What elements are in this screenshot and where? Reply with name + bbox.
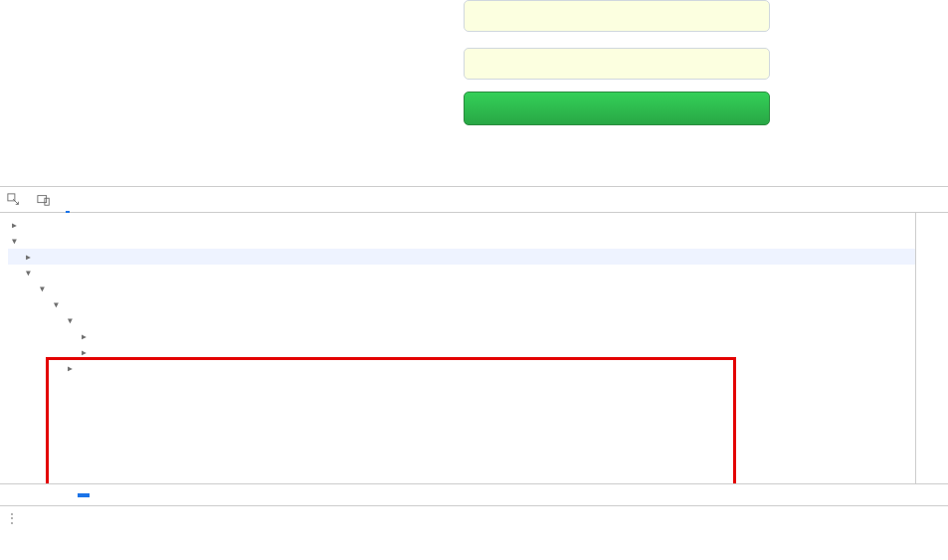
crumb-current[interactable] <box>78 493 90 497</box>
crumb[interactable] <box>18 493 30 497</box>
login-form <box>464 0 770 127</box>
drawer-menu-icon[interactable]: ⋮ <box>6 511 20 525</box>
password-field[interactable] <box>464 48 770 80</box>
crumb[interactable] <box>66 493 78 497</box>
devtools-panel: ⋮ <box>0 186 948 529</box>
tab-memory[interactable] <box>173 187 177 213</box>
tab-network[interactable] <box>119 187 123 213</box>
devtools-tabbar <box>0 187 948 213</box>
annotation-box <box>46 357 736 483</box>
dom-line[interactable] <box>8 249 915 265</box>
tab-audits[interactable] <box>209 187 213 213</box>
dom-line[interactable] <box>8 280 915 296</box>
crumb[interactable] <box>42 493 54 497</box>
crumb[interactable] <box>30 493 42 497</box>
dom-line[interactable] <box>8 344 915 360</box>
sign-in-button[interactable] <box>464 92 770 125</box>
webpage-content <box>0 0 948 186</box>
dom-line[interactable] <box>8 312 915 328</box>
tab-application[interactable] <box>137 187 141 213</box>
dom-line[interactable] <box>8 217 915 233</box>
dom-line[interactable] <box>8 233 915 249</box>
crumb[interactable] <box>6 493 18 497</box>
inspect-icon[interactable] <box>6 192 22 208</box>
crumb[interactable] <box>54 493 66 497</box>
dom-breadcrumb[interactable] <box>0 483 948 505</box>
device-toggle-icon[interactable] <box>36 192 52 208</box>
dom-line[interactable] <box>8 328 915 344</box>
tab-console[interactable] <box>84 187 88 213</box>
dom-tree[interactable] <box>0 213 915 483</box>
styles-panel[interactable] <box>915 213 948 483</box>
dom-line[interactable] <box>8 360 915 376</box>
tab-performance[interactable] <box>155 187 159 213</box>
email-field[interactable] <box>464 0 770 32</box>
tab-sources[interactable] <box>101 187 105 213</box>
tab-elements[interactable] <box>66 187 70 213</box>
dom-line[interactable] <box>8 265 915 280</box>
dom-line[interactable] <box>8 296 915 312</box>
console-drawer[interactable]: ⋮ <box>0 505 948 529</box>
tab-security[interactable] <box>191 187 195 213</box>
